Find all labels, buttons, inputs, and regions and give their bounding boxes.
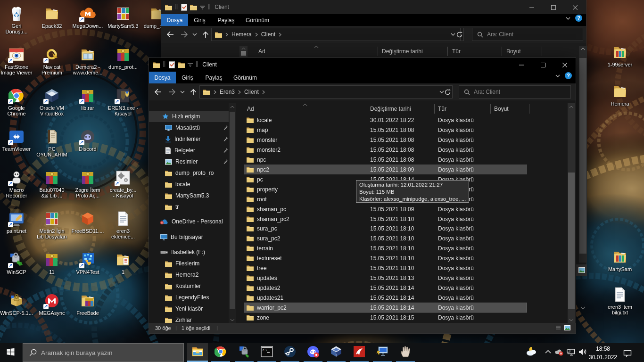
svg-text:C:\: C:\ — [263, 349, 267, 352]
